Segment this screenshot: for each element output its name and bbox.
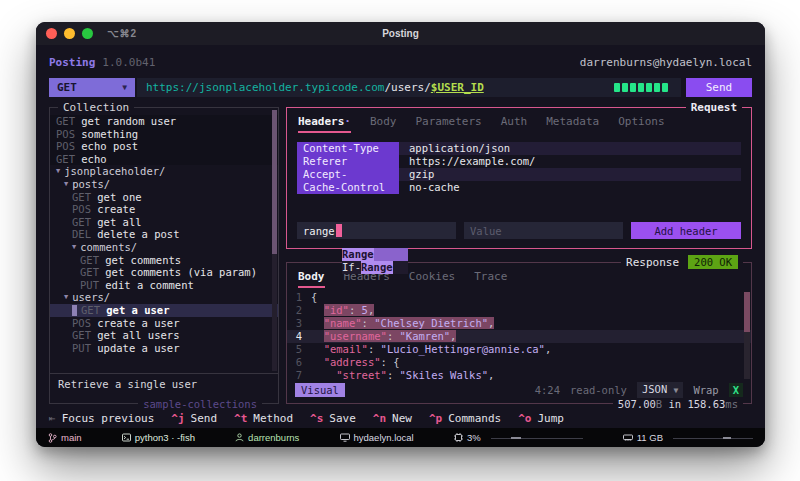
shell-status: python3 · -fish xyxy=(122,432,195,443)
keybinding-save[interactable]: ^sSave xyxy=(310,412,356,425)
memory-label: 11 GB xyxy=(637,432,663,443)
activity-block xyxy=(638,83,644,92)
minimize-window-button[interactable] xyxy=(64,28,75,39)
code-token xyxy=(311,304,324,316)
response-body-editor[interactable]: 1{2 "id": 5,3 "name": "Chelsey Dietrich"… xyxy=(287,291,751,380)
editor-scrollbar[interactable] xyxy=(744,292,750,379)
sidebar-scrollbar-thumb[interactable] xyxy=(272,110,277,254)
tab-request-headers[interactable]: Headers· xyxy=(298,115,351,133)
code-token: : xyxy=(387,330,400,342)
git-branch-status: main xyxy=(48,432,82,443)
code-line-content: "id": 5, xyxy=(311,304,374,317)
request-method-label: GET xyxy=(80,254,105,267)
add-header-button[interactable]: Add header xyxy=(631,222,741,239)
keybinding-method[interactable]: ^tMethod xyxy=(234,412,293,425)
header-value-input[interactable]: Value xyxy=(464,222,623,239)
tab-request-auth[interactable]: Auth xyxy=(501,115,528,133)
code-line: 6 "address": { xyxy=(287,356,751,369)
keybinding-jump[interactable]: ^oJump xyxy=(518,412,564,425)
request-label: get comments (via param) xyxy=(105,266,257,279)
tree-request-get-a-user[interactable]: GET get a user xyxy=(50,304,278,317)
keybinding-label: New xyxy=(392,412,412,425)
code-line: 1{ xyxy=(287,291,751,304)
tree-folder-posts-[interactable]: ▼posts/ xyxy=(50,178,278,191)
code-token: "Lucio_Hettinger@annie.ca" xyxy=(381,343,545,355)
tree-request-get-random-user[interactable]: GET get random user xyxy=(50,115,278,128)
line-number: 5 xyxy=(287,343,311,356)
user-status: darrenburns xyxy=(235,432,299,443)
tree-request-delete-a-post[interactable]: DEL delete a post xyxy=(50,228,278,241)
tree-request-edit-a-comment[interactable]: PUT edit a comment xyxy=(50,279,278,292)
shell-label: python3 · -fish xyxy=(135,432,195,443)
tree-folder-users-[interactable]: ▼users/ xyxy=(50,291,278,304)
tree-request-get-comments-via-param-[interactable]: GET get comments (via param) xyxy=(50,266,278,279)
keybindings-bar: ⇤Focus previous^jSend^tMethod^sSave^nNew… xyxy=(49,408,752,428)
send-button[interactable]: Send xyxy=(686,78,752,97)
keybinding-send[interactable]: ^jSend xyxy=(171,412,217,425)
line-number: 7 xyxy=(287,369,311,380)
autocomplete-item-range[interactable]: Range xyxy=(342,248,408,261)
folder-label: jsonplaceholder/ xyxy=(64,165,165,178)
http-method-select[interactable]: GET ▼ xyxy=(49,78,135,97)
keybinding-new[interactable]: ^nNew xyxy=(373,412,412,425)
editor-scrollbar-thumb[interactable] xyxy=(744,292,750,332)
tree-request-get-all[interactable]: GET get all xyxy=(50,216,278,229)
code-line-content: { xyxy=(311,291,317,304)
tree-request-get-comments[interactable]: GET get comments xyxy=(50,254,278,267)
tab-request-metadata[interactable]: Metadata xyxy=(546,115,599,133)
close-window-button[interactable] xyxy=(46,28,57,39)
code-token: , xyxy=(450,330,456,342)
header-value-cell: gzip xyxy=(399,168,434,181)
tree-folder-comments-[interactable]: ▼comments/ xyxy=(50,241,278,254)
sidebar-scrollbar[interactable] xyxy=(272,110,277,371)
request-method-label: GET xyxy=(56,153,81,166)
header-row[interactable]: Cache-Controlno-cache xyxy=(297,181,741,194)
tab-request-options[interactable]: Options xyxy=(618,115,664,133)
request-method-label: GET xyxy=(72,329,97,342)
keybinding-focus-previous[interactable]: ⇤Focus previous xyxy=(49,412,154,425)
tree-folder-jsonplaceholder-[interactable]: ▼jsonplaceholder/ xyxy=(50,165,278,178)
url-input[interactable]: https://jsonplaceholder.typicode.com/use… xyxy=(137,78,681,97)
tree-request-update-a-user[interactable]: PUT update a user xyxy=(50,342,278,355)
monitor-icon xyxy=(340,433,350,442)
tab-request-parameters[interactable]: Parameters xyxy=(415,115,481,133)
keybinding-key: ^s xyxy=(310,412,323,425)
tree-request-echo-post[interactable]: POS echo post xyxy=(50,140,278,153)
wrap-toggle[interactable]: X xyxy=(729,383,743,397)
tab-request-body[interactable]: Body xyxy=(370,115,397,133)
request-method-label: PUT xyxy=(80,279,105,292)
user-icon xyxy=(235,433,244,442)
zoom-window-button[interactable] xyxy=(82,28,93,39)
request-label: update a user xyxy=(97,342,179,355)
request-method-label: GET xyxy=(72,191,97,204)
code-line-content: "name": "Chelsey Dietrich", xyxy=(311,317,494,330)
tree-request-create-a-user[interactable]: POS create a user xyxy=(50,317,278,330)
autocomplete-item-if-range[interactable]: If-Range xyxy=(342,261,408,274)
code-token: , xyxy=(368,304,374,316)
code-token: : xyxy=(362,317,375,329)
tab-response-body[interactable]: Body xyxy=(298,270,325,288)
keybinding-commands[interactable]: ^pCommands xyxy=(429,412,501,425)
folder-label: comments/ xyxy=(80,241,137,254)
add-header-row: range Value Add header xyxy=(297,222,741,239)
tree-request-something[interactable]: POS something xyxy=(50,128,278,141)
tree-request-create[interactable]: POS create xyxy=(50,203,278,216)
keybinding-key: ^o xyxy=(518,412,531,425)
line-number: 6 xyxy=(287,356,311,369)
tree-request-get-one[interactable]: GET get one xyxy=(50,191,278,204)
format-select[interactable]: JSON ▼ xyxy=(637,382,683,398)
tab-response-cookies[interactable]: Cookies xyxy=(409,270,455,288)
tab-response-trace[interactable]: Trace xyxy=(474,270,507,288)
header-name-input[interactable]: range xyxy=(297,222,456,239)
header-row[interactable]: Content-Typeapplication/json xyxy=(297,142,741,155)
code-line-content: "email": "Lucio_Hettinger@annie.ca", xyxy=(311,343,551,356)
header-row[interactable]: Accept-Encodinggzip xyxy=(297,168,741,181)
tree-request-echo[interactable]: GET echo xyxy=(50,153,278,166)
autocomplete-text: If- xyxy=(342,261,361,274)
code-token: { xyxy=(311,291,317,303)
keybinding-label: Save xyxy=(329,412,356,425)
header-row[interactable]: Refererhttps://example.com/ xyxy=(297,155,741,168)
keybinding-key: ⇤ xyxy=(49,412,56,425)
request-method-label: POS xyxy=(72,317,97,330)
tree-request-get-all-users[interactable]: GET get all users xyxy=(50,329,278,342)
